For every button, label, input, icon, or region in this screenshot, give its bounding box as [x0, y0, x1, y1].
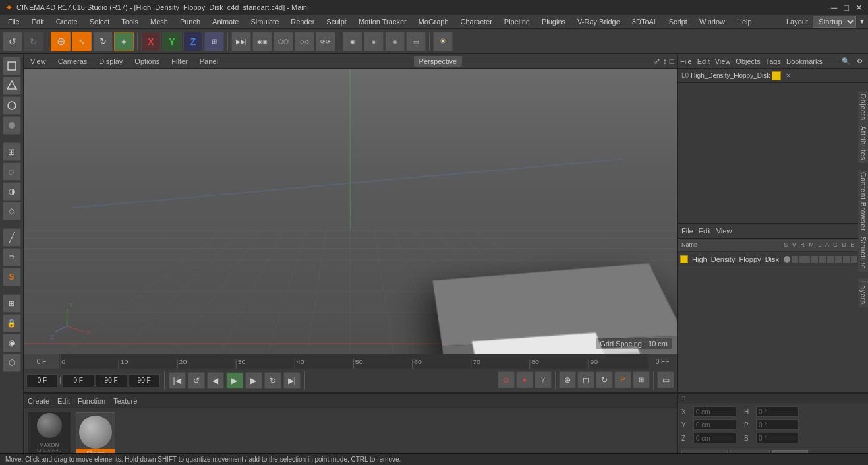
play-btn[interactable]: ▶	[226, 372, 243, 389]
edge-mode-btn[interactable]	[3, 96, 21, 115]
layout-select[interactable]: Startup	[813, 16, 856, 28]
obj-menu-bookmarks[interactable]: Bookmarks	[786, 57, 823, 65]
s-btn[interactable]: S	[3, 268, 21, 286]
tab-structure[interactable]: Structure	[858, 234, 868, 272]
brush-btn[interactable]: ◉	[3, 334, 21, 352]
tab-layers[interactable]: Layers	[858, 278, 868, 307]
timeline-btn[interactable]: ⊞	[633, 371, 650, 388]
obj-settings-btn[interactable]: ⚙	[854, 55, 865, 67]
start-frame-input[interactable]	[63, 374, 94, 387]
tab-attributes[interactable]: Attributes	[858, 123, 868, 163]
attr-input-b[interactable]	[756, 433, 799, 443]
next-frame-btn[interactable]: ▶	[245, 372, 262, 389]
vtab-cameras[interactable]: Cameras	[54, 56, 92, 67]
anim-key-btn[interactable]: ◉◉	[252, 32, 272, 51]
mat-menu-create[interactable]: Create	[28, 397, 49, 405]
shape-btn[interactable]: ◇	[3, 202, 21, 220]
menu-tools[interactable]: Tools	[116, 16, 144, 27]
material-floppy[interactable]: Floppy	[76, 412, 115, 458]
obj-menu-objects[interactable]: Objects	[736, 57, 760, 65]
y-axis-btn[interactable]: Y	[162, 32, 182, 51]
close-btn[interactable]: ✕	[855, 3, 863, 13]
menu-3dtoall[interactable]: 3DToAll	[627, 16, 662, 27]
x-axis-btn[interactable]: X	[141, 32, 161, 51]
viewport-fullscreen-icon[interactable]: □	[670, 57, 674, 66]
select-tool-btn[interactable]: ⊞	[3, 142, 21, 161]
obj2-menu-edit[interactable]: Edit	[699, 227, 711, 235]
record-btn[interactable]: ⊙	[498, 371, 515, 388]
render-3d-btn[interactable]: ◈	[385, 32, 405, 51]
motion-path-btn[interactable]: ⊕	[559, 371, 576, 388]
grid-btn[interactable]: ⊞	[3, 294, 21, 313]
3d-viewport[interactable]: .gridline { stroke: #888; stroke-width: …	[24, 69, 677, 354]
lasso-btn[interactable]: ◌	[3, 162, 21, 181]
loop-btn[interactable]: P	[614, 371, 631, 388]
key-all-btn[interactable]: ↻	[596, 371, 613, 388]
menu-punch[interactable]: Punch	[175, 16, 206, 27]
menu-animate[interactable]: Animate	[207, 16, 244, 27]
rotate-tool-btn[interactable]: ↻	[93, 32, 113, 51]
prev-frame-btn[interactable]: ◀	[207, 372, 224, 389]
minimize-btn[interactable]: ─	[831, 3, 837, 13]
goto-end-btn[interactable]: ▶|	[283, 372, 301, 389]
vtab-panel[interactable]: Panel	[196, 56, 222, 67]
anim-record-btn[interactable]: ▶▶|	[231, 32, 251, 51]
menu-sculpt[interactable]: Sculpt	[321, 16, 352, 27]
current-frame-input[interactable]	[26, 374, 58, 387]
menu-vray[interactable]: V-Ray Bridge	[572, 16, 625, 27]
goto-start-btn[interactable]: |◀	[169, 372, 186, 389]
menu-plugins[interactable]: Plugins	[536, 16, 571, 27]
record-sel-btn[interactable]: ?	[535, 371, 552, 388]
obj-menu-file[interactable]: File	[680, 57, 692, 65]
mat-menu-function[interactable]: Function	[78, 397, 105, 405]
z-axis-btn[interactable]: Z	[183, 32, 203, 51]
menu-character[interactable]: Character	[455, 16, 498, 27]
menu-select[interactable]: Select	[84, 16, 115, 27]
lights-btn[interactable]: ☀	[433, 32, 453, 51]
obj2-item[interactable]: High_Density_Floppy_Disk	[678, 252, 868, 266]
prev-key-btn[interactable]: ↺	[188, 372, 205, 389]
end-frame-input[interactable]	[96, 374, 127, 387]
menu-window[interactable]: Window	[694, 16, 730, 27]
attr-input-p[interactable]	[756, 419, 799, 430]
attr-input-y[interactable]	[693, 419, 736, 430]
timeline-track[interactable]: 0 10 20 30 40 50 60 70 80	[60, 354, 647, 369]
poly-mode-btn[interactable]	[3, 77, 21, 95]
vtab-filter[interactable]: Filter	[167, 56, 191, 67]
obj-menu-tags[interactable]: Tags	[766, 57, 781, 65]
vtab-options[interactable]: Options	[130, 56, 163, 67]
menu-motion-tracker[interactable]: Motion Tracker	[353, 16, 412, 27]
undo-btn[interactable]: ↺	[3, 32, 22, 51]
menu-render[interactable]: Render	[285, 16, 320, 27]
mat-menu-texture[interactable]: Texture	[113, 397, 137, 405]
extras-btn[interactable]: ⬡	[3, 354, 21, 372]
scale-tool-btn[interactable]: ⤡	[72, 32, 92, 51]
render-btn[interactable]: ●	[364, 32, 384, 51]
attr-input-z[interactable]	[693, 433, 736, 443]
attr-input-x[interactable]	[693, 406, 736, 417]
menu-pipeline[interactable]: Pipeline	[499, 16, 535, 27]
vtab-view[interactable]: View	[26, 56, 50, 67]
obj2-menu-file[interactable]: File	[681, 227, 693, 235]
next-key-btn[interactable]: ↻	[264, 372, 281, 389]
render-region-btn[interactable]: ◉	[343, 32, 362, 51]
menu-file[interactable]: File	[3, 16, 25, 27]
vtab-display[interactable]: Display	[95, 56, 127, 67]
render-preview-btn[interactable]: ▭	[657, 371, 674, 388]
object-mode-btn[interactable]	[3, 57, 21, 75]
menu-mesh[interactable]: Mesh	[145, 16, 173, 27]
redo-btn[interactable]: ↻	[24, 32, 43, 51]
record-all-btn[interactable]: ●	[516, 371, 533, 388]
menu-edit[interactable]: Edit	[26, 16, 49, 27]
obj-search-btn[interactable]: 🔍	[840, 55, 852, 67]
obj-menu-view[interactable]: View	[715, 57, 731, 65]
transform-btn[interactable]: ◈	[114, 32, 134, 51]
attr-input-h[interactable]	[756, 406, 799, 417]
menu-create[interactable]: Create	[51, 16, 83, 27]
viewport-expand-icon[interactable]: ↕	[663, 57, 667, 66]
world-axis-btn[interactable]: ⊞	[204, 32, 224, 51]
move-tool-btn[interactable]: ⊕	[51, 32, 71, 51]
magnet-btn[interactable]: ⊃	[3, 248, 21, 266]
camera-btn[interactable]: ▭	[406, 32, 426, 51]
tab-content-browser[interactable]: Content Browser	[858, 170, 868, 233]
